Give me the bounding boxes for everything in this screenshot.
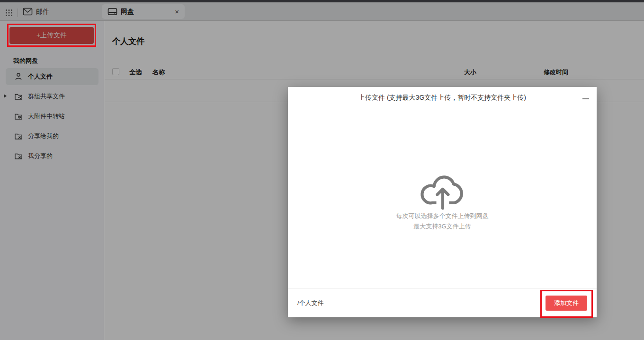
cloud-upload-icon	[419, 166, 466, 212]
upload-destination-path: /个人文件	[297, 299, 324, 307]
add-file-button[interactable]: 添加文件	[546, 296, 587, 311]
netdisk-app: 邮件 网盘 × +上传文件 我的网盘	[0, 0, 644, 340]
upload-hint-line2: 最大支持3G文件上传	[288, 222, 597, 231]
minimize-icon[interactable]	[582, 98, 589, 99]
upload-modal: 上传文件 (支持最大3G文件上传，暂时不支持文件夹上传) 每次可以选择多个文件上…	[288, 87, 597, 317]
upload-hint-line1: 每次可以选择多个文件上传到网盘	[288, 212, 597, 220]
modal-footer: /个人文件 添加文件	[288, 288, 597, 317]
upload-modal-title: 上传文件 (支持最大3G文件上传，暂时不支持文件夹上传)	[288, 87, 597, 102]
